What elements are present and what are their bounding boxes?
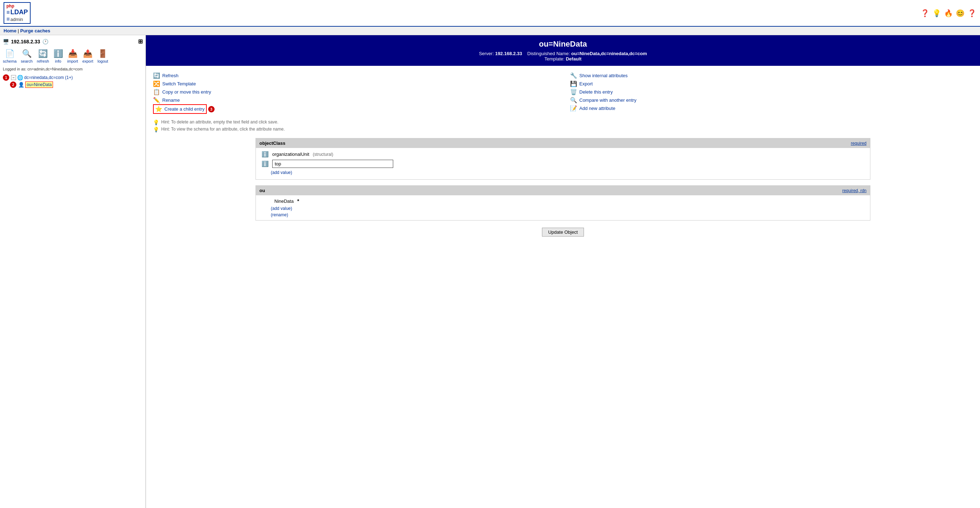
schema-tool[interactable]: 📄 schema [3,49,17,64]
action-switch-template[interactable]: 🔀 Switch Template [153,80,556,88]
tree-root-label[interactable]: dc=ninedata,dc=com (1+) [24,75,73,80]
ou-rename[interactable]: (rename) [271,213,864,217]
hint1-text: Hint: To delete an attribute, empty the … [161,119,278,124]
server-icon: 🖥️ [3,39,9,44]
export-tool[interactable]: 📤 export [82,49,93,64]
info-tool[interactable]: ℹ️ info [53,49,63,64]
action-add-attribute[interactable]: 📝 Add new attribute [570,104,973,113]
action-compare-label: Compare with another entry [579,97,636,103]
compare-icon: 🔍 [570,97,577,103]
attr-row-top: ℹ️ [261,160,864,168]
fire-icon[interactable]: 🔥 [944,9,953,17]
attr-input-top[interactable] [272,160,393,168]
action-add-attribute-label: Add new attribute [579,106,615,111]
actions-right: 🔧 Show internal attributes 💾 Export 🗑️ D… [570,71,973,114]
template-label: Template: [544,56,564,62]
actions-left: 🔄 Refresh 🔀 Switch Template 📋 Copy or mo… [153,71,556,114]
logo-dashes: ≡ [6,9,10,16]
template-value: Default [566,56,581,62]
tree-toolbar: 📄 schema 🔍 search 🔄 refresh ℹ️ info 📥 im… [3,48,143,65]
attr-row-organizational-unit: ℹ️ organizationalUnit (structural) [261,151,864,157]
info-icon-top[interactable]: ℹ️ [261,160,269,167]
logged-in-text: Logged in as: cn=admin,dc=Ninedata,dc=co… [3,67,143,71]
info-icon[interactable]: ❓ [967,9,977,17]
objectclass-label[interactable]: objectClass [259,141,285,146]
search-icon: 🔍 [22,49,32,58]
face-icon[interactable]: 😊 [956,9,965,17]
content-area: 🔄 Refresh 🔀 Switch Template 📋 Copy or mo… [146,66,980,249]
tree-child-item[interactable]: 2 👤 ou=NineData [10,81,143,88]
objectclass-body: ℹ️ organizationalUnit (structural) ℹ️ (a… [256,148,870,179]
action-copy-move-label: Copy or move this entry [162,89,211,95]
resize-handle[interactable]: ⊞ [138,38,143,45]
import-label: import [67,59,78,64]
rename-icon: ✏️ [153,97,160,103]
dn-label: Distinguished Name: [527,51,570,56]
action-delete[interactable]: 🗑️ Delete this entry [570,88,973,96]
header-icons: ❓ 💡 🔥 😊 ❓ [921,9,977,17]
action-rename[interactable]: ✏️ Rename [153,96,556,104]
nav-purge-caches[interactable]: Purge caches [20,28,51,33]
import-tool[interactable]: 📥 import [67,49,78,64]
action-create-child-label: Create a child entry [164,106,205,112]
logo-php: php [6,3,14,8]
action-copy-move[interactable]: 📋 Copy or move this entry [153,88,556,96]
attr-row-ninedata: NineData * [261,198,864,204]
hint-1: 💡 Hint: To delete an attribute, empty th… [153,119,973,125]
ou-label[interactable]: ou [259,188,265,193]
action-export-label: Export [579,81,593,86]
action-show-internal[interactable]: 🔧 Show internal attributes [570,71,973,80]
logo-box: php ≡ LDAP ≡ admin [3,2,30,24]
create-child-icon: ⭐ [155,106,162,113]
action-refresh[interactable]: 🔄 Refresh [153,71,556,80]
action-delete-label: Delete this entry [579,89,613,95]
tree-toggle-root[interactable]: − [11,75,16,80]
search-label: search [21,59,33,64]
import-icon: 📥 [68,49,78,58]
refresh-tool[interactable]: 🔄 refresh [37,49,49,64]
ou-add-value[interactable]: (add value) [271,206,864,211]
hint-2: 💡 Hint: To view the schema for an attrib… [153,127,973,132]
tree-root-item[interactable]: 1 − 🌐 dc=ninedata,dc=com (1+) [3,74,143,81]
ou-section: ou required, rdn NineData * (add value) … [256,185,870,221]
left-panel: 🖥️ 192.168.2.33 🕐 ⊞ 📄 schema 🔍 search 🔄 … [0,35,146,508]
export-action-icon: 💾 [570,80,577,87]
action-create-child[interactable]: ⭐ Create a child entry [153,104,207,114]
add-attribute-icon: 📝 [570,105,577,112]
action-switch-template-label: Switch Template [162,81,196,86]
logout-tool[interactable]: 🚪 logout [97,49,108,64]
delete-icon: 🗑️ [570,89,577,95]
action-export[interactable]: 💾 Export [570,80,973,88]
logout-label: logout [97,59,108,64]
server-value: 192.168.2.33 [495,51,522,56]
action-compare[interactable]: 🔍 Compare with another entry [570,96,973,104]
info-tool-icon: ℹ️ [53,49,63,58]
page-title: ou=NineData [150,40,976,49]
objectclass-required: required [851,141,867,146]
refresh-action-icon: 🔄 [153,72,160,79]
export-label: export [82,59,93,64]
update-button[interactable]: Update Object [542,228,584,237]
bulb-icon[interactable]: 💡 [932,9,941,17]
tree-child-icon: 👤 [18,82,24,87]
objectclass-add-value[interactable]: (add value) [271,170,864,175]
info-icon-ou[interactable]: ℹ️ [261,151,269,157]
navbar: Home | Purge caches [0,27,980,35]
export-icon: 📤 [83,49,92,58]
hint1-icon: 💡 [153,119,159,125]
update-btn-row: Update Object [153,228,973,237]
nav-home[interactable]: Home [3,28,16,33]
badge-2: 2 [10,81,16,88]
attr-structural-note: (structural) [313,152,333,157]
ou-body: NineData * (add value) (rename) [256,195,870,220]
hints-area: 💡 Hint: To delete an attribute, empty th… [153,119,973,132]
show-internal-icon: 🔧 [570,72,577,79]
page-header: ou=NineData Server: 192.168.2.33 Disting… [146,35,980,66]
logo-admin: admin [10,17,23,22]
tree-child-label[interactable]: ou=NineData [25,81,53,88]
tree-root-icon: 🌐 [17,75,23,80]
action-create-child-wrapper: ⭐ Create a child entry 3 [153,104,556,114]
help-icon[interactable]: ❓ [921,9,929,17]
server-label: Server: [479,51,494,56]
search-tool[interactable]: 🔍 search [21,49,33,64]
